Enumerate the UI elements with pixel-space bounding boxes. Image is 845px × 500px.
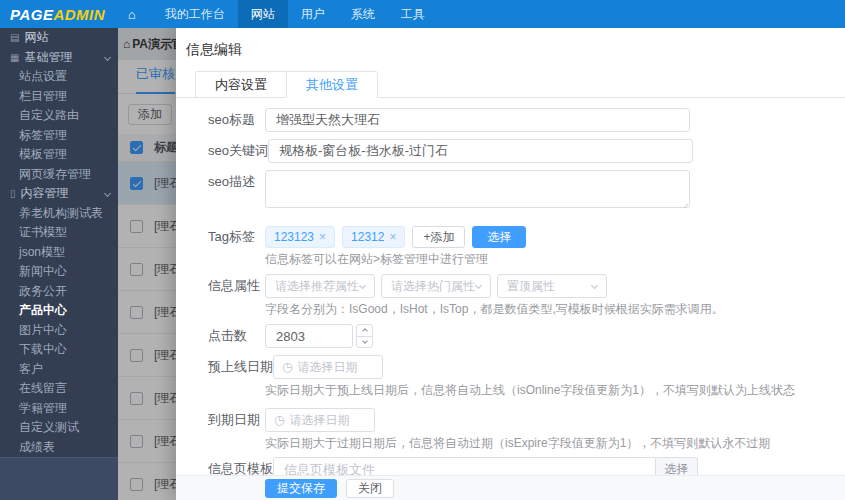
sidebar-item-score-table[interactable]: 成绩表 — [0, 438, 118, 458]
seo-desc-textarea[interactable] — [265, 170, 690, 208]
logo-text-admin: ADMIN — [53, 6, 105, 23]
info-edit-drawer: 信息编辑 内容设置 其他设置 seo标题 seo关键词 seo描述 Tag标签 — [176, 28, 845, 500]
drawer-footer: 提交保存 关闭 — [176, 475, 845, 500]
sidebar-item-json-model[interactable]: json模型 — [0, 243, 118, 263]
recommend-attr-select[interactable]: 请选择推荐属性 — [265, 274, 375, 298]
document-icon: ▯ — [10, 188, 16, 199]
tag-chip: 123123 × — [265, 226, 335, 248]
seo-desc-label: seo描述 — [208, 170, 265, 194]
select-placeholder: 置顶属性 — [507, 278, 555, 295]
seo-title-label: seo标题 — [208, 108, 265, 132]
seo-keywords-label: seo关键词 — [208, 139, 268, 163]
sidebar-item-download-center[interactable]: 下载中心 — [0, 340, 118, 360]
attrs-help-text: 字段名分别为：IsGood，IsHot，IsTop，都是数值类型,写模板时候根据… — [265, 301, 825, 317]
top-attr-select[interactable]: 置顶属性 — [497, 274, 607, 298]
chevron-down-icon — [104, 190, 111, 197]
home-icon[interactable]: ⌂ — [128, 7, 136, 22]
sidebar-section-website[interactable]: ▤ 网站 — [0, 28, 118, 48]
sidebar-item-news-center[interactable]: 新闻中心 — [0, 262, 118, 282]
attrs-label: 信息属性 — [208, 274, 265, 298]
clicks-input[interactable] — [265, 324, 353, 348]
nav-item-tools[interactable]: 工具 — [388, 0, 438, 28]
grid-icon: ▦ — [10, 52, 19, 63]
app-logo: PAGEADMIN — [0, 6, 118, 23]
tags-label: Tag标签 — [208, 226, 265, 248]
chevron-up-icon — [362, 328, 368, 334]
sidebar-item-template-mgmt[interactable]: 模板管理 — [0, 145, 118, 165]
top-navbar: PAGEADMIN ⌂ 我的工作台 网站 用户 系统 工具 — [0, 0, 845, 28]
tag-chip: 12312 × — [342, 226, 405, 248]
number-stepper — [356, 324, 373, 348]
nav-item-workbench[interactable]: 我的工作台 — [152, 0, 238, 28]
nav-item-system[interactable]: 系统 — [338, 0, 388, 28]
tag-chip-label: 12312 — [351, 230, 384, 244]
sidebar-section-label: 网站 — [24, 29, 48, 46]
expire-date-label: 到期日期 — [208, 408, 265, 432]
clicks-label: 点击数 — [208, 324, 265, 348]
tag-chip-label: 123123 — [274, 230, 314, 244]
expire-date-picker[interactable]: ◷ 请选择日期 — [265, 408, 375, 432]
nav-item-website[interactable]: 网站 — [238, 0, 288, 28]
tab-other-settings[interactable]: 其他设置 — [286, 72, 377, 98]
close-icon[interactable]: × — [319, 230, 326, 244]
online-date-help-text: 实际日期大于预上线日期后，信息将自动上线（isOnline字段值更新为1），不填… — [265, 382, 825, 398]
sidebar-item-site-settings[interactable]: 站点设置 — [0, 67, 118, 87]
sidebar-item-cache-mgmt[interactable]: 网页缓存管理 — [0, 165, 118, 185]
online-date-picker[interactable]: ◷ 请选择日期 — [273, 355, 383, 379]
menu-icon: ▤ — [10, 32, 19, 43]
stepper-up-button[interactable] — [357, 325, 372, 336]
hot-attr-select[interactable]: 请选择热门属性 — [381, 274, 491, 298]
sidebar-item-custom-route[interactable]: 自定义路由 — [0, 106, 118, 126]
sidebar-group-basic-mgmt[interactable]: ▦ 基础管理 — [0, 48, 118, 68]
online-date-label: 预上线日期 — [208, 355, 273, 379]
date-placeholder: 请选择日期 — [289, 412, 349, 429]
sidebar-item-image-center[interactable]: 图片中心 — [0, 321, 118, 341]
sidebar-item-custom-test[interactable]: 自定义测试 — [0, 418, 118, 438]
sidebar-item-tag-mgmt[interactable]: 标签管理 — [0, 126, 118, 146]
sidebar-item-student-mgmt[interactable]: 学籍管理 — [0, 399, 118, 419]
logo-text-page: PAGE — [10, 6, 53, 23]
add-tag-button[interactable]: +添加 — [412, 226, 465, 248]
sidebar-item-gov-public[interactable]: 政务公开 — [0, 282, 118, 302]
sidebar: ▤ 网站 ▦ 基础管理 站点设置 栏目管理 自定义路由 标签管理 模板管理 网页… — [0, 28, 118, 500]
drawer-tab-bar: 内容设置 其他设置 — [176, 72, 845, 98]
chevron-down-icon — [362, 338, 368, 344]
sidebar-item-online-message[interactable]: 在线留言 — [0, 379, 118, 399]
close-button[interactable]: 关闭 — [346, 479, 394, 498]
select-tag-button[interactable]: 选择 — [472, 226, 526, 248]
sidebar-footer-area — [0, 457, 118, 500]
drawer-title: 信息编辑 — [176, 28, 845, 72]
select-placeholder: 请选择热门属性 — [391, 278, 475, 295]
sidebar-group-content-mgmt[interactable]: ▯ 内容管理 — [0, 184, 118, 204]
date-placeholder: 请选择日期 — [297, 359, 357, 376]
other-settings-form: seo标题 seo关键词 seo描述 Tag标签 123123 × 12312 — [176, 98, 845, 500]
submit-save-button[interactable]: 提交保存 — [265, 479, 337, 498]
seo-keywords-input[interactable] — [268, 139, 693, 163]
chevron-down-icon — [359, 281, 366, 288]
chevron-down-icon — [591, 281, 598, 288]
sidebar-item-customers[interactable]: 客户 — [0, 360, 118, 380]
tab-content-settings[interactable]: 内容设置 — [196, 72, 286, 98]
close-icon[interactable]: × — [389, 230, 396, 244]
chevron-down-icon — [104, 54, 111, 61]
stepper-down-button[interactable] — [357, 336, 372, 348]
sidebar-item-cert-model[interactable]: 证书模型 — [0, 223, 118, 243]
sidebar-item-product-center[interactable]: 产品中心 — [0, 301, 118, 321]
expire-date-help-text: 实际日期大于过期日期后，信息将自动过期（isExpire字段值更新为1），不填写… — [265, 435, 825, 451]
sidebar-group-label: 基础管理 — [24, 49, 72, 66]
sidebar-item-column-mgmt[interactable]: 栏目管理 — [0, 87, 118, 107]
nav-item-users[interactable]: 用户 — [288, 0, 338, 28]
select-placeholder: 请选择推荐属性 — [275, 278, 359, 295]
tags-help-text: 信息标签可以在网站>标签管理中进行管理 — [265, 251, 825, 267]
seo-title-input[interactable] — [265, 108, 690, 132]
sidebar-item-elder-test[interactable]: 养老机构测试表 — [0, 204, 118, 224]
sidebar-group-label: 内容管理 — [21, 185, 69, 202]
clock-icon: ◷ — [282, 360, 292, 374]
clock-icon: ◷ — [274, 413, 284, 427]
chevron-down-icon — [475, 281, 482, 288]
